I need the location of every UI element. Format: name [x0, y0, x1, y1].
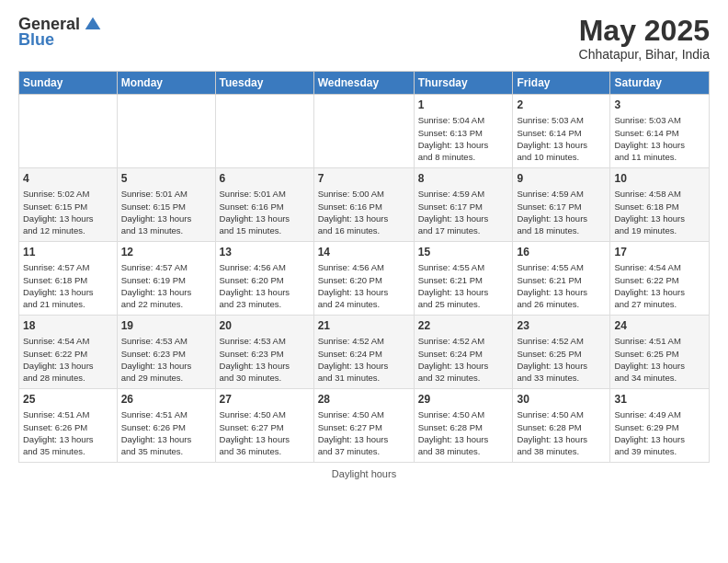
- col-header-monday: Monday: [117, 72, 215, 95]
- calendar-cell: 31Sunrise: 4:49 AMSunset: 6:29 PMDayligh…: [610, 389, 710, 463]
- calendar-cell: [117, 95, 215, 168]
- day-number: 8: [418, 171, 509, 186]
- calendar-cell: 19Sunrise: 4:53 AMSunset: 6:23 PMDayligh…: [117, 316, 215, 389]
- day-info: Sunrise: 5:01 AMSunset: 6:15 PMDaylight:…: [121, 188, 211, 236]
- calendar-cell: 13Sunrise: 4:56 AMSunset: 6:20 PMDayligh…: [215, 242, 313, 316]
- day-info: Sunrise: 4:52 AMSunset: 6:24 PMDaylight:…: [418, 335, 509, 384]
- calendar-cell: 29Sunrise: 4:50 AMSunset: 6:28 PMDayligh…: [414, 389, 513, 463]
- day-info: Sunrise: 5:04 AMSunset: 6:13 PMDaylight:…: [418, 114, 509, 163]
- day-info: Sunrise: 4:52 AMSunset: 6:24 PMDaylight:…: [318, 335, 410, 384]
- calendar-cell: 2Sunrise: 5:03 AMSunset: 6:14 PMDaylight…: [513, 95, 610, 168]
- day-number: 27: [220, 392, 310, 407]
- calendar-cell: 3Sunrise: 5:03 AMSunset: 6:14 PMDaylight…: [610, 95, 710, 168]
- day-number: 31: [614, 392, 705, 407]
- day-info: Sunrise: 4:50 AMSunset: 6:27 PMDaylight:…: [220, 408, 310, 457]
- day-number: 1: [418, 98, 509, 112]
- calendar-cell: 25Sunrise: 4:51 AMSunset: 6:26 PMDayligh…: [19, 389, 118, 463]
- day-number: 23: [517, 318, 606, 333]
- day-number: 30: [517, 392, 606, 407]
- day-number: 19: [121, 318, 211, 333]
- calendar-cell: [19, 95, 118, 168]
- day-number: 18: [23, 318, 113, 333]
- col-header-saturday: Saturday: [610, 72, 710, 95]
- calendar-cell: 16Sunrise: 4:55 AMSunset: 6:21 PMDayligh…: [513, 242, 610, 316]
- day-info: Sunrise: 4:51 AMSunset: 6:26 PMDaylight:…: [23, 408, 113, 457]
- calendar-cell: 27Sunrise: 4:50 AMSunset: 6:27 PMDayligh…: [215, 389, 313, 463]
- day-number: 6: [220, 171, 310, 186]
- calendar-cell: 9Sunrise: 4:59 AMSunset: 6:17 PMDaylight…: [513, 168, 610, 242]
- day-number: 5: [121, 171, 211, 186]
- day-info: Sunrise: 4:52 AMSunset: 6:25 PMDaylight:…: [517, 335, 606, 384]
- day-info: Sunrise: 4:50 AMSunset: 6:28 PMDaylight:…: [517, 408, 606, 457]
- day-info: Sunrise: 4:59 AMSunset: 6:17 PMDaylight:…: [517, 188, 606, 236]
- day-number: 9: [517, 171, 606, 186]
- day-info: Sunrise: 4:51 AMSunset: 6:26 PMDaylight:…: [121, 408, 211, 457]
- month-title: May 2025: [579, 15, 710, 47]
- calendar-cell: 1Sunrise: 5:04 AMSunset: 6:13 PMDaylight…: [414, 95, 513, 168]
- calendar-cell: [313, 95, 414, 168]
- day-info: Sunrise: 4:54 AMSunset: 6:22 PMDaylight:…: [23, 335, 113, 384]
- location-subtitle: Chhatapur, Bihar, India: [579, 47, 710, 62]
- day-number: 3: [614, 98, 705, 112]
- header: General Blue May 2025 Chhatapur, Bihar, …: [18, 15, 710, 62]
- calendar-cell: 20Sunrise: 4:53 AMSunset: 6:23 PMDayligh…: [215, 316, 313, 389]
- title-block: May 2025 Chhatapur, Bihar, India: [579, 15, 710, 62]
- day-number: 24: [614, 318, 705, 333]
- calendar-cell: 7Sunrise: 5:00 AMSunset: 6:16 PMDaylight…: [313, 168, 414, 242]
- day-info: Sunrise: 4:55 AMSunset: 6:21 PMDaylight:…: [517, 261, 606, 310]
- calendar-week-row: 18Sunrise: 4:54 AMSunset: 6:22 PMDayligh…: [19, 316, 710, 389]
- page: General Blue May 2025 Chhatapur, Bihar, …: [0, 0, 728, 563]
- day-number: 14: [318, 245, 410, 259]
- svg-marker-0: [85, 17, 101, 29]
- calendar-cell: 26Sunrise: 4:51 AMSunset: 6:26 PMDayligh…: [117, 389, 215, 463]
- calendar-cell: 22Sunrise: 4:52 AMSunset: 6:24 PMDayligh…: [414, 316, 513, 389]
- day-number: 11: [23, 245, 113, 259]
- day-info: Sunrise: 4:59 AMSunset: 6:17 PMDaylight:…: [418, 188, 509, 236]
- day-info: Sunrise: 5:02 AMSunset: 6:15 PMDaylight:…: [23, 188, 113, 236]
- calendar-cell: 4Sunrise: 5:02 AMSunset: 6:15 PMDaylight…: [19, 168, 118, 242]
- day-number: 2: [517, 98, 606, 112]
- logo-blue-text: Blue: [18, 30, 54, 50]
- day-info: Sunrise: 4:54 AMSunset: 6:22 PMDaylight:…: [614, 261, 705, 310]
- day-info: Sunrise: 4:50 AMSunset: 6:28 PMDaylight:…: [418, 408, 509, 457]
- calendar-cell: 12Sunrise: 4:57 AMSunset: 6:19 PMDayligh…: [117, 242, 215, 316]
- col-header-tuesday: Tuesday: [215, 72, 313, 95]
- day-info: Sunrise: 4:53 AMSunset: 6:23 PMDaylight:…: [220, 335, 310, 384]
- footer-label: Daylight hours: [332, 468, 396, 479]
- day-number: 25: [23, 392, 113, 407]
- calendar-cell: 30Sunrise: 4:50 AMSunset: 6:28 PMDayligh…: [513, 389, 610, 463]
- calendar-cell: 6Sunrise: 5:01 AMSunset: 6:16 PMDaylight…: [215, 168, 313, 242]
- calendar-cell: 11Sunrise: 4:57 AMSunset: 6:18 PMDayligh…: [19, 242, 118, 316]
- day-info: Sunrise: 4:51 AMSunset: 6:25 PMDaylight:…: [614, 335, 705, 384]
- logo: General Blue: [18, 15, 102, 50]
- day-number: 10: [614, 171, 705, 186]
- day-number: 22: [418, 318, 509, 333]
- day-info: Sunrise: 4:57 AMSunset: 6:18 PMDaylight:…: [23, 261, 113, 310]
- calendar-week-row: 25Sunrise: 4:51 AMSunset: 6:26 PMDayligh…: [19, 389, 710, 463]
- calendar-cell: 23Sunrise: 4:52 AMSunset: 6:25 PMDayligh…: [513, 316, 610, 389]
- day-info: Sunrise: 4:56 AMSunset: 6:20 PMDaylight:…: [318, 261, 410, 310]
- calendar-table: SundayMondayTuesdayWednesdayThursdayFrid…: [18, 71, 710, 463]
- calendar-cell: 5Sunrise: 5:01 AMSunset: 6:15 PMDaylight…: [117, 168, 215, 242]
- calendar-cell: 17Sunrise: 4:54 AMSunset: 6:22 PMDayligh…: [610, 242, 710, 316]
- day-number: 12: [121, 245, 211, 259]
- calendar-cell: 24Sunrise: 4:51 AMSunset: 6:25 PMDayligh…: [610, 316, 710, 389]
- calendar-cell: 18Sunrise: 4:54 AMSunset: 6:22 PMDayligh…: [19, 316, 118, 389]
- day-info: Sunrise: 4:50 AMSunset: 6:27 PMDaylight:…: [318, 408, 410, 457]
- calendar-header-row: SundayMondayTuesdayWednesdayThursdayFrid…: [19, 72, 710, 95]
- calendar-cell: 15Sunrise: 4:55 AMSunset: 6:21 PMDayligh…: [414, 242, 513, 316]
- day-info: Sunrise: 4:53 AMSunset: 6:23 PMDaylight:…: [121, 335, 211, 384]
- day-number: 21: [318, 318, 410, 333]
- day-number: 7: [318, 171, 410, 186]
- footer: Daylight hours: [18, 468, 710, 479]
- day-number: 28: [318, 392, 410, 407]
- calendar-week-row: 1Sunrise: 5:04 AMSunset: 6:13 PMDaylight…: [19, 95, 710, 168]
- day-info: Sunrise: 4:55 AMSunset: 6:21 PMDaylight:…: [418, 261, 509, 310]
- calendar-cell: 14Sunrise: 4:56 AMSunset: 6:20 PMDayligh…: [313, 242, 414, 316]
- col-header-wednesday: Wednesday: [313, 72, 414, 95]
- day-info: Sunrise: 4:49 AMSunset: 6:29 PMDaylight:…: [614, 408, 705, 457]
- calendar-cell: 28Sunrise: 4:50 AMSunset: 6:27 PMDayligh…: [313, 389, 414, 463]
- col-header-sunday: Sunday: [19, 72, 118, 95]
- day-info: Sunrise: 4:57 AMSunset: 6:19 PMDaylight:…: [121, 261, 211, 310]
- day-info: Sunrise: 5:03 AMSunset: 6:14 PMDaylight:…: [614, 114, 705, 163]
